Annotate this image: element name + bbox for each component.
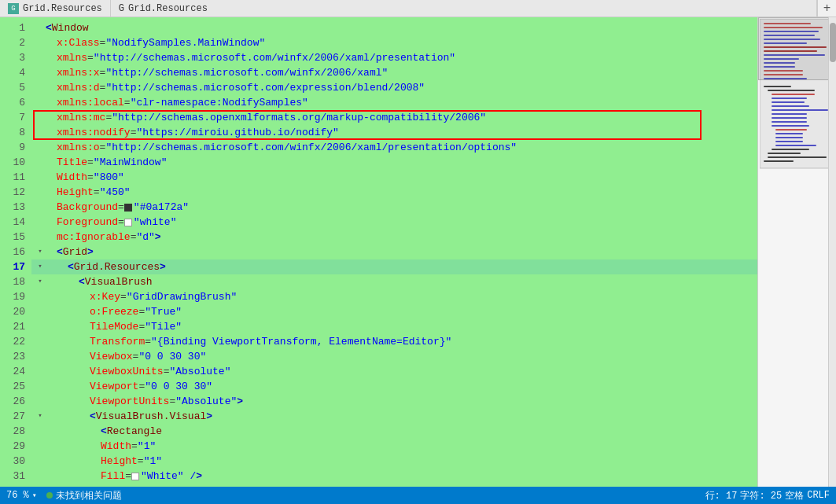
line-number-19: 19 (6, 289, 25, 304)
fold-arrow-17[interactable]: ▾ (35, 259, 46, 274)
code-content-16: <Grid> (57, 245, 94, 259)
add-tab-button[interactable]: + (817, 0, 836, 17)
fold-arrow-18[interactable]: ▾ (35, 274, 46, 289)
code-content-28: <Rectangle (101, 424, 162, 439)
code-area: 1234567891011121314151617181920212223242… (0, 17, 757, 487)
code-content-8: xmlns:nodify="https://miroiu.github.io/n… (57, 125, 339, 140)
line-number-31: 31 (6, 469, 25, 484)
code-line-4: xmlns:x="http://schemas.microsoft.com/wi… (31, 65, 757, 80)
code-content-26: ViewportUnits="Absolute"> (90, 394, 243, 409)
code-line-8: xmlns:nodify="https://miroiu.github.io/n… (31, 125, 757, 140)
code-line-13: Background="#0a172a" (31, 200, 757, 215)
code-lines: <Windowx:Class="NodifySamples.MainWindow… (31, 17, 757, 487)
code-content-29: Width="1" (101, 439, 156, 454)
minimap (757, 17, 836, 487)
spaces-value: 空格 (785, 489, 804, 502)
code-line-5: xmlns:d="http://schemas.microsoft.com/ex… (31, 80, 757, 95)
code-line-2: x:Class="NodifySamples.MainWindow" (31, 35, 757, 50)
line-number-9: 9 (6, 140, 25, 155)
line-number-17: 17 (6, 259, 25, 274)
line-numbers: 1234567891011121314151617181920212223242… (0, 17, 31, 487)
fold-arrow-27[interactable]: ▾ (35, 409, 46, 424)
code-line-11: Width="800" (31, 170, 757, 185)
code-line-24: ViewboxUnits="Absolute" (31, 364, 757, 379)
code-line-27: ▾<VisualBrush.Visual> (31, 409, 757, 424)
code-line-22: Transform="{Binding ViewportTransform, E… (31, 334, 757, 349)
line-number-11: 11 (6, 170, 25, 185)
code-line-28: <Rectangle (31, 424, 757, 439)
tab-1-icon: G (8, 3, 19, 14)
code-content-5: xmlns:d="http://schemas.microsoft.com/ex… (57, 80, 425, 95)
minimap-viewport[interactable] (758, 17, 836, 80)
line-number-20: 20 (6, 304, 25, 319)
code-content-21: TileMode="Tile" (90, 319, 182, 334)
line-number-18: 18 (6, 274, 25, 289)
tab-2[interactable]: G Grid.Resources (111, 0, 817, 17)
fold-arrow-16[interactable]: ▾ (35, 245, 46, 259)
line-number-29: 29 (6, 439, 25, 454)
code-line-6: xmlns:local="clr-namespace:NodifySamples… (31, 95, 757, 110)
code-line-10: Title="MainWindow" (31, 155, 757, 170)
code-content-9: xmlns:o="http://schemas.microsoft.com/wi… (57, 140, 517, 155)
zoom-dropdown-icon[interactable]: ▾ (32, 491, 37, 500)
line-number-12: 12 (6, 185, 25, 200)
status-bar: 76 % ▾ 未找到相关问题 行: 17 字符: 25 空格 CRLF (0, 487, 836, 504)
row-col: 行: 17 字符: 25 空格 CRLF (705, 489, 830, 502)
scrollbar-track[interactable] (828, 17, 836, 487)
line-number-26: 26 (6, 394, 25, 409)
code-content-3: xmlns="http://schemas.microsoft.com/winf… (57, 50, 455, 65)
line-number-4: 4 (6, 65, 25, 80)
line-number-7: 7 (6, 110, 25, 125)
code-content-13: Background="#0a172a" (57, 200, 189, 215)
line-number-23: 23 (6, 349, 25, 364)
line-number-2: 2 (6, 35, 25, 50)
code-line-26: ViewportUnits="Absolute"> (31, 394, 757, 409)
code-line-16: ▾<Grid> (31, 245, 757, 259)
encoding-value: CRLF (807, 490, 830, 501)
title-bar: G Grid.Resources G Grid.Resources + (0, 0, 836, 17)
line-number-24: 24 (6, 364, 25, 379)
code-content-11: Width="800" (57, 170, 124, 185)
editor-container: 1234567891011121314151617181920212223242… (0, 17, 836, 487)
code-content-6: xmlns:local="clr-namespace:NodifySamples… (57, 95, 308, 110)
code-content-10: Title="MainWindow" (57, 155, 167, 170)
row-value: 行: 17 (705, 489, 738, 502)
code-content-22: Transform="{Binding ViewportTransform, E… (90, 334, 451, 349)
minimap-content (758, 17, 836, 487)
line-number-1: 1 (6, 20, 25, 35)
code-content-12: Height="450" (57, 185, 131, 200)
code-content-31: Fill="White" /> (101, 469, 202, 484)
code-line-7: xmlns:mc="http://schemas.openxmlformats.… (31, 110, 757, 125)
code-content-20: o:Freeze="True" (90, 304, 182, 319)
minimap-svg (760, 19, 830, 475)
code-line-23: Viewbox="0 0 30 30" (31, 349, 757, 364)
scrollbar-thumb[interactable] (830, 23, 836, 62)
line-number-8: 8 (6, 125, 25, 140)
no-issues[interactable]: 未找到相关问题 (46, 489, 122, 502)
code-content-30: Height="1" (101, 454, 162, 469)
code-content-18: <VisualBrush (79, 274, 153, 289)
code-line-19: x:Key="GridDrawingBrush" (31, 289, 757, 304)
code-line-25: Viewport="0 0 30 30" (31, 379, 757, 394)
code-line-1: <Window (31, 20, 757, 35)
code-line-14: Foreground="white" (31, 215, 757, 230)
code-content-14: Foreground="white" (57, 215, 176, 230)
code-content-27: <VisualBrush.Visual> (90, 409, 212, 424)
code-line-12: Height="450" (31, 185, 757, 200)
line-number-14: 14 (6, 215, 25, 230)
line-number-3: 3 (6, 50, 25, 65)
code-line-3: xmlns="http://schemas.microsoft.com/winf… (31, 50, 757, 65)
tab-1[interactable]: G Grid.Resources (0, 0, 111, 17)
line-number-22: 22 (6, 334, 25, 349)
code-line-31: Fill="White" /> (31, 469, 757, 484)
code-line-20: o:Freeze="True" (31, 304, 757, 319)
zoom-control[interactable]: 76 % ▾ (6, 490, 37, 501)
code-content-7: xmlns:mc="http://schemas.openxmlformats.… (57, 110, 486, 125)
line-number-6: 6 (6, 95, 25, 110)
tab-2-label: Grid.Resources (128, 3, 208, 14)
code-line-21: TileMode="Tile" (31, 319, 757, 334)
line-number-27: 27 (6, 409, 25, 424)
line-number-15: 15 (6, 230, 25, 245)
code-content-23: Viewbox="0 0 30 30" (90, 349, 206, 364)
code-line-9: xmlns:o="http://schemas.microsoft.com/wi… (31, 140, 757, 155)
